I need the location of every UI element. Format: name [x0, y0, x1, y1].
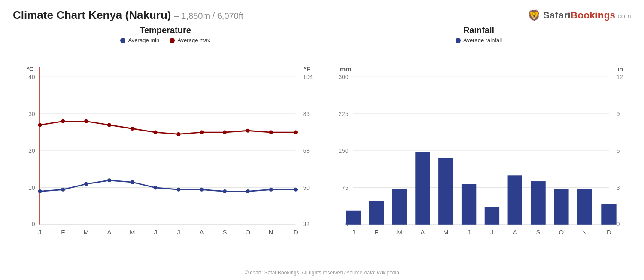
svg-text:°C: °C — [27, 66, 34, 73]
svg-text:in: in — [617, 66, 623, 73]
svg-point-47 — [154, 186, 158, 189]
svg-text:9: 9 — [617, 111, 620, 117]
svg-rect-71 — [346, 211, 361, 225]
rainfall-title: Rainfall — [326, 25, 631, 35]
logo-text: SafariBookings.com — [543, 10, 631, 21]
svg-text:86: 86 — [303, 111, 310, 117]
svg-text:M: M — [83, 229, 88, 236]
svg-text:J: J — [38, 229, 41, 236]
logo: 🦁 SafariBookings.com — [528, 9, 631, 21]
svg-rect-82 — [601, 204, 616, 225]
svg-point-42 — [38, 189, 42, 193]
svg-text:S: S — [223, 229, 227, 236]
svg-text:J: J — [177, 229, 180, 236]
svg-text:A: A — [200, 229, 204, 236]
svg-point-45 — [107, 178, 111, 182]
svg-point-30 — [38, 123, 42, 127]
svg-point-51 — [246, 189, 250, 193]
svg-text:O: O — [246, 229, 251, 236]
legend-avg-rainfall: Average rainfall — [456, 37, 502, 43]
svg-text:A: A — [513, 229, 517, 236]
svg-text:50: 50 — [303, 185, 310, 191]
svg-text:D: D — [607, 229, 611, 236]
svg-text:12: 12 — [617, 74, 623, 80]
svg-point-49 — [200, 188, 204, 192]
svg-rect-74 — [415, 152, 430, 224]
svg-text:68: 68 — [303, 148, 310, 154]
rainfall-legend: Average rainfall — [326, 37, 631, 43]
svg-point-53 — [294, 188, 298, 192]
rainfall-svg: mm in 0 0 75 3 150 6 — [326, 46, 631, 265]
svg-rect-75 — [438, 158, 453, 225]
svg-text:A: A — [107, 229, 111, 236]
temperature-svg: °C °F 0 32 10 50 — [13, 46, 318, 265]
title-subtitle: – 1,850m / 6,070ft — [174, 11, 243, 21]
svg-rect-76 — [462, 184, 476, 225]
legend-label-max: Average max — [177, 37, 210, 43]
svg-text:N: N — [269, 229, 273, 236]
svg-point-38 — [223, 131, 227, 134]
footer: © chart: SafariBookings. All rights rese… — [13, 268, 631, 276]
svg-text:O: O — [559, 229, 564, 236]
legend-label-rainfall: Average rainfall — [463, 37, 502, 43]
logo-safari: Safari — [543, 10, 571, 21]
svg-text:0: 0 — [32, 221, 35, 228]
svg-point-40 — [269, 131, 273, 134]
svg-text:M: M — [397, 229, 402, 236]
svg-text:104: 104 — [303, 74, 313, 80]
svg-text:225: 225 — [339, 111, 349, 117]
svg-text:J: J — [154, 229, 157, 236]
svg-text:J: J — [467, 229, 470, 236]
svg-text:M: M — [443, 229, 448, 236]
legend-dot-rainfall — [456, 38, 461, 43]
svg-text:10: 10 — [28, 185, 35, 191]
svg-point-48 — [176, 188, 180, 192]
svg-text:0: 0 — [617, 221, 620, 228]
svg-text:300: 300 — [339, 74, 349, 80]
footer-text: © chart: SafariBookings. All rights rese… — [245, 270, 399, 276]
svg-text:32: 32 — [303, 221, 310, 228]
temperature-chart-section: Temperature Average min Average max °C °… — [13, 25, 318, 265]
svg-point-31 — [61, 119, 65, 123]
temperature-chart-area: °C °F 0 32 10 50 — [13, 46, 318, 265]
logo-com: .com — [615, 12, 631, 20]
title-main: Climate Chart Kenya (Nakuru) – 1,850m / … — [13, 9, 243, 21]
svg-point-41 — [294, 131, 298, 134]
legend-dot-min — [120, 38, 125, 43]
logo-bookings: Bookings — [571, 10, 615, 21]
rainfall-chart-area: mm in 0 0 75 3 150 6 — [326, 46, 631, 265]
svg-point-44 — [84, 182, 88, 186]
svg-rect-80 — [554, 189, 568, 224]
svg-rect-77 — [485, 207, 499, 225]
svg-text:40: 40 — [28, 74, 35, 80]
svg-text:150: 150 — [339, 148, 349, 154]
svg-text:°F: °F — [304, 66, 310, 73]
svg-text:J: J — [352, 229, 355, 236]
logo-icon: 🦁 — [528, 9, 541, 21]
svg-point-32 — [84, 119, 88, 123]
rainfall-chart-section: Rainfall Average rainfall mm in 0 — [326, 25, 631, 265]
svg-text:6: 6 — [617, 148, 620, 154]
svg-rect-78 — [508, 175, 522, 225]
title-text: Climate Chart Kenya (Nakuru) — [13, 9, 171, 21]
svg-text:3: 3 — [617, 185, 620, 191]
svg-point-52 — [269, 188, 273, 192]
legend-avg-min: Average min — [120, 37, 159, 43]
svg-text:N: N — [582, 229, 587, 236]
page-title: Climate Chart Kenya (Nakuru) – 1,850m / … — [13, 9, 243, 22]
svg-rect-72 — [369, 201, 384, 225]
svg-text:20: 20 — [28, 148, 35, 154]
svg-rect-73 — [392, 189, 407, 224]
svg-point-50 — [223, 189, 227, 193]
svg-text:F: F — [374, 229, 378, 236]
legend-label-min: Average min — [128, 37, 159, 43]
header-row: Climate Chart Kenya (Nakuru) – 1,850m / … — [13, 9, 631, 22]
svg-text:A: A — [420, 229, 425, 236]
svg-point-46 — [131, 180, 134, 184]
svg-text:30: 30 — [28, 111, 35, 117]
svg-text:S: S — [536, 229, 541, 236]
svg-text:mm: mm — [340, 66, 351, 73]
temperature-title: Temperature — [13, 25, 318, 35]
svg-text:J: J — [490, 229, 493, 236]
svg-point-36 — [176, 132, 180, 136]
